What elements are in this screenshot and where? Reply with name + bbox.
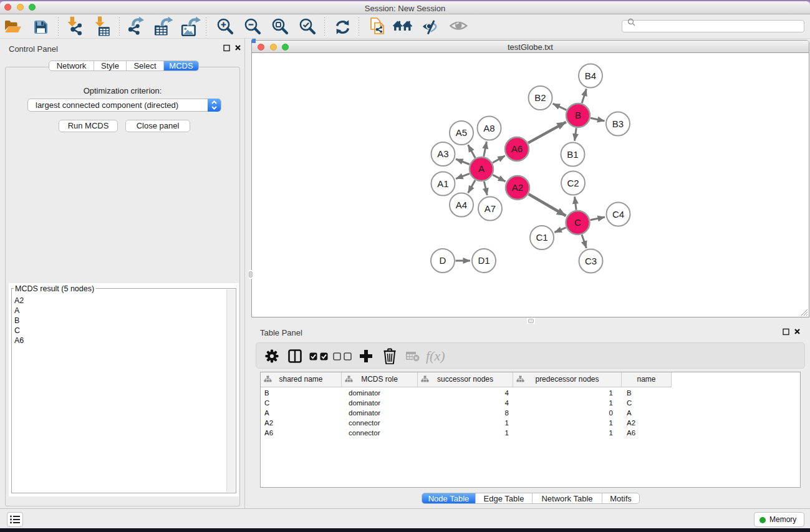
svg-text:A: A [478, 163, 485, 174]
svg-text:C3: C3 [585, 256, 597, 266]
svg-text:D: D [440, 255, 446, 266]
svg-text:A8: A8 [483, 123, 494, 133]
svg-text:f(x): f(x) [426, 348, 445, 364]
svg-text:A3: A3 [437, 148, 448, 159]
svg-text:A5: A5 [456, 127, 467, 138]
svg-text:B4: B4 [585, 70, 596, 81]
svg-text:B: B [575, 110, 581, 120]
svg-text:A1: A1 [437, 178, 448, 189]
svg-text:B3: B3 [612, 118, 624, 129]
svg-text:C2: C2 [567, 178, 579, 188]
svg-text:A6: A6 [511, 143, 523, 154]
svg-text:C1: C1 [536, 232, 547, 243]
svg-text:B1: B1 [567, 149, 578, 160]
svg-text:A7: A7 [485, 203, 496, 214]
svg-text:C4: C4 [612, 209, 624, 220]
svg-text:C: C [574, 217, 581, 228]
svg-text:A2: A2 [512, 182, 523, 193]
svg-text:B2: B2 [534, 92, 546, 103]
svg-text:D1: D1 [478, 255, 489, 266]
svg-text:A4: A4 [456, 200, 467, 210]
